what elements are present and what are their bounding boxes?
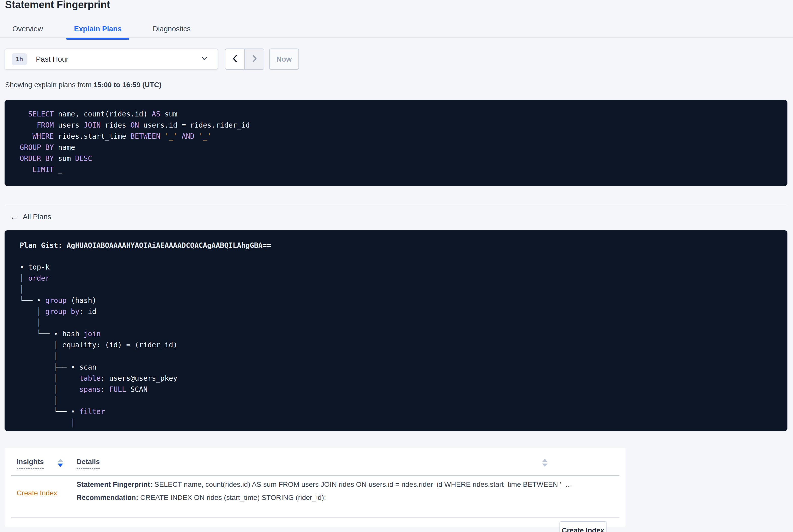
sql-statement-block: SELECT name, count(rides.id) AS sum FROM… xyxy=(4,100,788,186)
chevron-right-icon xyxy=(251,54,258,64)
plan-gist-block: Plan Gist: AgHUAQIABQAAAAHYAQIAiAEAAAADC… xyxy=(4,230,788,431)
tab-bar: Overview Explain Plans Diagnostics xyxy=(0,20,793,38)
plan-gist-line: Plan Gist: AgHUAQIABQAAAAHYAQIAiAEAAAADC… xyxy=(20,240,788,251)
create-index-button[interactable]: Create Index xyxy=(560,521,606,532)
sort-ascending-icon xyxy=(542,459,548,462)
chevron-down-icon xyxy=(201,55,208,63)
plan-tree-text: • top-k│ order│└── • group (hash) │ grou… xyxy=(20,262,788,429)
details-header-label: Details xyxy=(77,458,100,469)
next-interval-button[interactable] xyxy=(244,49,264,69)
sort-descending-icon xyxy=(542,463,548,467)
tab-explain-plans[interactable]: Explain Plans xyxy=(66,20,130,38)
now-button[interactable]: Now xyxy=(269,49,299,70)
showing-prefix: Showing explain plans from xyxy=(5,81,94,89)
insight-details-cell: Statement Fingerprint: SELECT name, coun… xyxy=(77,480,572,506)
tab-overview[interactable]: Overview xyxy=(4,20,51,38)
insight-type-cell: Create Index xyxy=(17,489,57,498)
column-header-insights[interactable]: Insights xyxy=(17,458,44,469)
page-title: Statement Fingerprint xyxy=(5,0,110,11)
tab-diagnostics[interactable]: Diagnostics xyxy=(145,20,199,38)
insights-table: Insights Details Create Index Statement … xyxy=(5,448,625,527)
sql-statement-text: SELECT name, count(rides.id) AS sum FROM… xyxy=(20,109,788,175)
all-plans-link[interactable]: ← All Plans xyxy=(10,212,51,221)
insights-header-label: Insights xyxy=(17,458,44,469)
sort-icon[interactable] xyxy=(542,459,548,467)
sort-ascending-icon xyxy=(58,459,63,462)
chevron-left-icon xyxy=(231,54,239,64)
time-picker-row: 1h Past Hour Now xyxy=(4,49,299,70)
time-range-dropdown[interactable]: 1h Past Hour xyxy=(4,49,218,70)
showing-range-bold: 15:00 to 16:59 (UTC) xyxy=(94,81,162,89)
time-step-buttons xyxy=(225,49,264,70)
all-plans-label: All Plans xyxy=(23,213,51,221)
previous-interval-button[interactable] xyxy=(225,49,244,69)
showing-range-text: Showing explain plans from 15:00 to 16:5… xyxy=(5,80,162,90)
time-range-label: Past Hour xyxy=(36,55,69,63)
sort-icon[interactable] xyxy=(58,459,64,467)
arrow-left-icon: ← xyxy=(10,212,18,222)
statement-fingerprint-page: Statement Fingerprint Overview Explain P… xyxy=(0,0,793,532)
column-header-details[interactable]: Details xyxy=(77,458,100,469)
time-range-badge: 1h xyxy=(12,53,27,65)
section-divider xyxy=(4,205,788,205)
sort-descending-icon xyxy=(58,463,63,467)
insights-table-header: Insights Details xyxy=(5,448,625,476)
table-row: Create Index Statement Fingerprint: SELE… xyxy=(5,476,625,518)
